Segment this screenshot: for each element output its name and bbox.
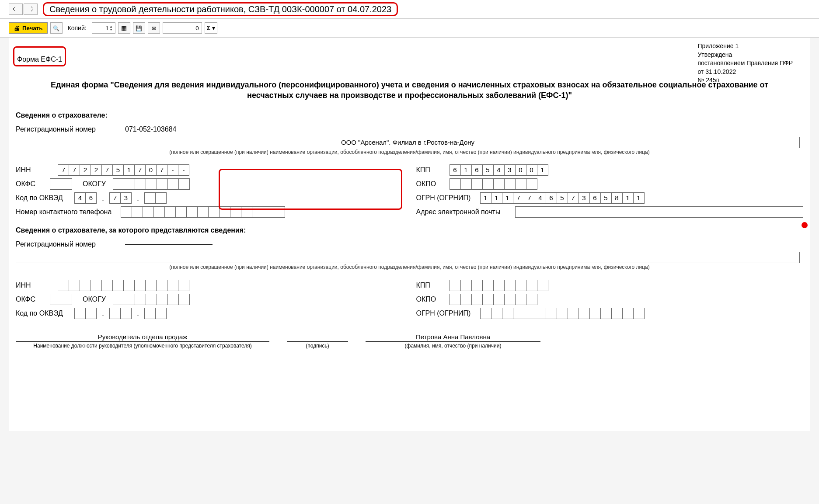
email-input[interactable]: [515, 206, 804, 218]
okved-cells-1[interactable]: 46: [74, 192, 97, 204]
okfs-cells[interactable]: [50, 178, 72, 190]
org-name-field-2[interactable]: [16, 252, 800, 263]
grid-toggle-button[interactable]: [118, 22, 130, 34]
approval-line: от 31.10.2022: [697, 68, 793, 76]
okogu-cells-2[interactable]: [113, 294, 190, 305]
kpp-label-2: КПП: [416, 282, 443, 289]
okpo-cells[interactable]: [450, 178, 537, 190]
inn-label-2: ИНН: [16, 282, 51, 289]
ogrn-cells[interactable]: 111774657365811: [480, 192, 645, 204]
email-label: Адрес электронной почты: [416, 208, 508, 216]
number-input[interactable]: [163, 22, 202, 34]
okved-label-2: Код по ОКВЭД: [16, 309, 67, 317]
okpo-label-2: ОКПО: [416, 295, 443, 303]
okogu-label-2: ОКОГУ: [83, 295, 106, 303]
save-button[interactable]: [133, 22, 145, 34]
signature-row: Руководитель отдела продаж Наименование …: [16, 332, 803, 349]
reg-number-label-2: Регистрационный номер: [16, 240, 103, 248]
back-button[interactable]: 🡠: [9, 3, 23, 15]
okogu-label: ОКОГУ: [83, 180, 106, 188]
header-bar: 🡠 🡢 Сведения о трудовой деятельности раб…: [0, 0, 819, 19]
okogu-cells[interactable]: [113, 178, 190, 190]
ogrn-label: ОГРН (ОГРНИП): [416, 194, 473, 202]
okfs-label-2: ОКФС: [16, 295, 43, 303]
copies-spinner[interactable]: ▲▼: [92, 22, 115, 34]
preview-button[interactable]: [50, 22, 63, 34]
dropdown-arrow-icon: ▾: [212, 24, 215, 31]
approval-line: № 245п: [697, 76, 793, 85]
document-area: Приложение 1 Утверждена постановлением П…: [9, 38, 810, 431]
section-insurer2: Сведения о страхователе, за которого пре…: [16, 226, 806, 234]
search-icon: [53, 24, 59, 31]
okpo-label: ОКПО: [416, 180, 443, 188]
mail-icon: [152, 24, 156, 31]
inn-label: ИНН: [16, 166, 51, 174]
okved-cells-2b[interactable]: [109, 308, 132, 319]
phone-label: Номер контактного телефона: [16, 208, 114, 216]
title-highlight: Сведения о трудовой деятельности работни…: [43, 2, 398, 16]
org-caption: (полное или сокращенное (при наличии) на…: [13, 149, 806, 156]
forward-button[interactable]: 🡢: [24, 3, 38, 15]
okved-cells-3b[interactable]: [144, 308, 167, 319]
copies-input[interactable]: [93, 25, 109, 31]
ogrn-cells-2[interactable]: [480, 308, 645, 319]
toolbar: Печать Копий: ▲▼ ▾: [0, 19, 819, 38]
kpp-cells[interactable]: 616543001: [450, 164, 548, 176]
okpo-cells-2[interactable]: [450, 294, 537, 305]
okved-dot: .: [102, 194, 104, 203]
sigma-icon: [207, 24, 210, 31]
approval-line: постановлением Правления ПФР: [697, 59, 793, 68]
sig-name-caption: (фамилия, имя, отчество (при наличии): [366, 343, 540, 349]
okved-label: Код по ОКВЭД: [16, 194, 67, 202]
kpp-label: КПП: [416, 166, 443, 174]
save-icon: [136, 24, 142, 31]
org-caption-2: (полное или сокращенное (при наличии) на…: [13, 264, 806, 271]
print-label: Печать: [22, 25, 43, 31]
red-dot-marker: [802, 222, 808, 228]
sig-position-caption: Наименование должности руководителя (упо…: [16, 343, 269, 349]
spinner-arrows[interactable]: ▲▼: [110, 25, 113, 31]
okved-cells-1b[interactable]: [74, 308, 97, 319]
reg-number-field-2[interactable]: [125, 244, 213, 245]
okfs-label: ОКФС: [16, 180, 43, 188]
sig-sign-caption: (подпись): [287, 343, 348, 349]
grid-icon: [121, 24, 127, 31]
printer-icon: [14, 24, 20, 31]
form-name: Форма ЕФС-1: [13, 46, 66, 66]
phone-cells[interactable]: [121, 206, 285, 218]
sig-signature: [287, 332, 348, 342]
inn-cells[interactable]: 7722751707--: [58, 164, 189, 176]
reg-number-label: Регистрационный номер: [16, 125, 103, 133]
reg-number-value: 071-052-103684: [125, 125, 176, 133]
approval-block: Приложение 1 Утверждена постановлением П…: [697, 42, 793, 85]
okved-cells-2[interactable]: 73: [109, 192, 132, 204]
approval-line: Приложение 1: [697, 42, 793, 51]
okved-dot: .: [137, 194, 139, 203]
sig-position: Руководитель отдела продаж: [16, 332, 269, 342]
ogrn-label-2: ОГРН (ОГРНИП): [416, 309, 473, 317]
okfs-cells-2[interactable]: [50, 294, 72, 305]
inn-cells-2[interactable]: [58, 280, 189, 291]
page-title: Сведения о трудовой деятельности работни…: [43, 4, 398, 14]
copies-label: Копий:: [68, 24, 87, 31]
kpp-cells-2[interactable]: [450, 280, 548, 291]
main-title: Единая форма "Сведения для ведения индив…: [31, 80, 788, 101]
okved-dot: .: [137, 309, 139, 318]
print-button[interactable]: Печать: [9, 22, 48, 34]
sum-dropdown[interactable]: ▾: [205, 22, 217, 34]
okved-cells-3[interactable]: [144, 192, 167, 204]
okved-dot: .: [102, 309, 104, 318]
approval-line: Утверждена: [697, 51, 793, 59]
sig-name: Петрова Анна Павловна: [366, 332, 540, 342]
org-name-field[interactable]: ООО "Арсенал". Филиал в г.Ростов-на-Дону: [16, 137, 800, 148]
email-button[interactable]: [148, 22, 160, 34]
section-insurer: Сведения о страхователе:: [16, 111, 806, 119]
